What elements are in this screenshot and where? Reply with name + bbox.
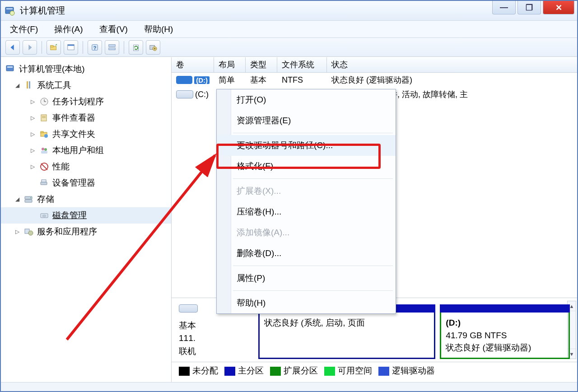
tree-item-local-users[interactable]: ▷ 本地用户和组	[1, 142, 171, 159]
refresh-button[interactable]	[129, 40, 143, 55]
svg-rect-30	[41, 182, 47, 185]
help-button[interactable]: ?	[88, 40, 102, 55]
toolbar-divider	[83, 41, 83, 54]
svg-point-27	[44, 148, 47, 151]
expander-icon: ▷	[31, 98, 37, 105]
storage-icon	[23, 194, 34, 204]
col-fs[interactable]: 文件系统	[277, 57, 327, 72]
tree-item-system-tools[interactable]: ◢ 系统工具	[1, 77, 171, 93]
col-volume[interactable]: 卷	[172, 57, 214, 72]
svg-rect-4	[51, 45, 53, 47]
svg-rect-16	[7, 66, 13, 68]
legend: 未分配 主分区 扩展分区 可用空间 逻辑驱动器	[172, 362, 577, 382]
col-layout[interactable]: 布局	[214, 57, 246, 72]
console-button[interactable]	[64, 40, 78, 55]
svg-point-36	[42, 215, 47, 217]
svg-rect-33	[25, 200, 32, 202]
disk-icon	[39, 210, 50, 220]
svg-rect-28	[41, 151, 47, 154]
context-menu: 打开(O) 资源管理器(E) 更改驱动器号和路径(C)... 格式化(F)...…	[216, 89, 396, 314]
expander-icon: ▷	[31, 115, 37, 121]
tree-item-root[interactable]: 计算机管理(本地)	[1, 61, 171, 77]
nav-back-button[interactable]	[5, 40, 20, 55]
svg-rect-22	[42, 117, 46, 118]
clock-icon	[39, 97, 50, 107]
partition-d[interactable]: (D:) 41.79 GB NTFS 状态良好 (逻辑驱动器)	[440, 304, 570, 359]
ctx-format[interactable]: 格式化(F)...	[217, 156, 396, 177]
tree-item-storage[interactable]: ◢ 存储	[1, 191, 171, 207]
window-buttons: — ❐ ✕	[490, 1, 574, 14]
disk-icon	[179, 304, 198, 313]
tree-item-services-apps[interactable]: ▷ 服务和应用程序	[1, 224, 171, 240]
ctx-mirror[interactable]: 添加镜像(A)...	[217, 222, 396, 243]
svg-point-25	[44, 134, 48, 138]
users-icon	[39, 145, 50, 155]
context-separator	[233, 290, 393, 291]
menu-action[interactable]: 操作(A)	[51, 22, 85, 37]
detail-button[interactable]	[105, 40, 119, 55]
ctx-open[interactable]: 打开(O)	[217, 89, 396, 110]
computer-icon	[5, 64, 16, 74]
context-separator	[233, 133, 393, 133]
expander-icon: ▷	[31, 131, 37, 137]
svg-rect-17	[27, 81, 28, 89]
tree-item-task-scheduler[interactable]: ▷ 任务计划程序	[1, 93, 171, 110]
ctx-extend[interactable]: 扩展卷(X)...	[217, 181, 396, 201]
volume-icon	[176, 76, 192, 84]
expander-icon: ▷	[15, 229, 22, 235]
tree-item-disk-management[interactable]: 磁盘管理	[1, 207, 171, 224]
menu-file[interactable]: 文件(F)	[7, 22, 41, 37]
legend-logical: 逻辑驱动器	[378, 365, 435, 377]
tree-item-shared-folders[interactable]: ▷ 共享文件夹	[1, 126, 171, 142]
col-status[interactable]: 状态	[327, 57, 577, 72]
navigation-tree: 计算机管理(本地) ◢ 系统工具 ▷ 任务计划程序 ▷ 事件查看器	[1, 57, 172, 382]
ctx-properties[interactable]: 属性(P)	[217, 268, 396, 289]
tree-item-event-viewer[interactable]: ▷ 事件查看器	[1, 110, 171, 126]
ctx-delete[interactable]: 删除卷(D)...	[217, 243, 396, 264]
svg-rect-1	[6, 8, 13, 9]
expander-icon: ▷	[31, 147, 37, 154]
legend-primary: 主分区	[224, 365, 264, 377]
col-type[interactable]: 类型	[246, 57, 277, 72]
menu-help[interactable]: 帮助(H)	[141, 22, 176, 37]
svg-rect-18	[29, 81, 30, 89]
volume-row-d[interactable]: (D:) 简单 基本 NTFS 状态良好 (逻辑驱动器)	[172, 73, 577, 87]
tree-item-performance[interactable]: ▷ 性能	[1, 159, 171, 175]
performance-icon	[39, 162, 50, 172]
ctx-shrink[interactable]: 压缩卷(H)...	[217, 201, 396, 222]
svg-point-26	[42, 148, 44, 150]
svg-rect-21	[42, 116, 46, 117]
log-icon	[39, 113, 50, 123]
svg-rect-24	[41, 131, 43, 133]
folder-share-icon	[39, 129, 50, 139]
svg-point-34	[30, 197, 31, 198]
maximize-button[interactable]: ❐	[517, 1, 541, 14]
menubar: 文件(F) 操作(A) 查看(V) 帮助(H)	[1, 21, 577, 38]
settings-button[interactable]	[146, 40, 160, 55]
app-icon	[5, 5, 15, 16]
toolbar-divider	[42, 41, 42, 54]
ctx-explorer[interactable]: 资源管理器(E)	[217, 110, 396, 131]
minimize-button[interactable]: —	[492, 1, 516, 14]
close-button[interactable]: ✕	[543, 1, 574, 14]
nav-forward-button[interactable]	[23, 40, 37, 55]
app-window: 计算机管理 — ❐ ✕ 文件(F) 操作(A) 查看(V) 帮助(H) ?	[0, 0, 578, 392]
tree-item-device-manager[interactable]: 设备管理器	[1, 175, 171, 191]
up-button[interactable]	[47, 40, 61, 55]
expander-icon: ◢	[15, 82, 22, 89]
title-bar: 计算机管理 — ❐ ✕	[1, 1, 577, 21]
ctx-help[interactable]: 帮助(H)	[217, 293, 396, 313]
svg-point-14	[154, 47, 156, 49]
device-icon	[39, 178, 50, 188]
svg-rect-9	[109, 44, 115, 47]
volume-table-header: 卷 布局 类型 文件系统 状态	[172, 57, 577, 73]
ctx-change-drive-letter[interactable]: 更改驱动器号和路径(C)...	[217, 135, 396, 156]
legend-free: 可用空间	[324, 365, 372, 377]
expander-icon: ▷	[31, 163, 37, 170]
services-icon	[23, 227, 34, 237]
svg-point-2	[10, 11, 14, 15]
svg-rect-6	[68, 44, 74, 46]
menu-view[interactable]: 查看(V)	[97, 22, 131, 37]
legend-extended: 扩展分区	[270, 365, 318, 377]
svg-rect-10	[109, 47, 115, 50]
